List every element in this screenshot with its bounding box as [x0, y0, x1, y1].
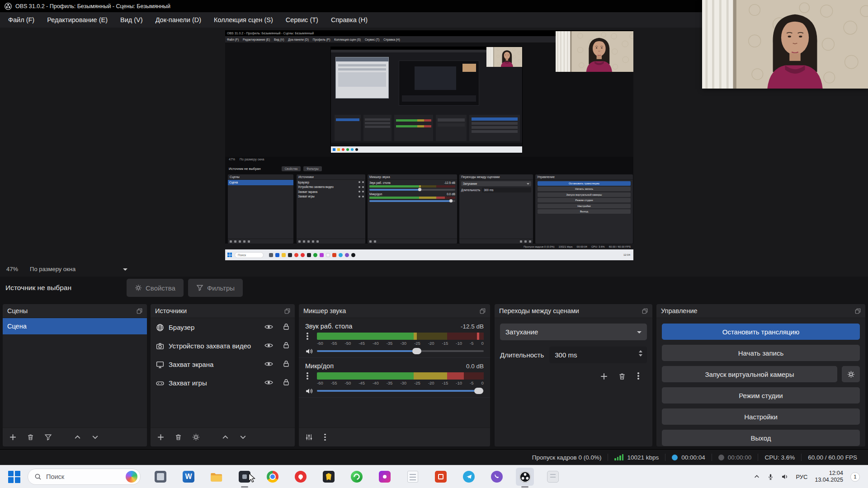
menu-tools[interactable]: Сервис (T) [279, 12, 325, 28]
menu-docks[interactable]: Док-панели (D) [149, 12, 208, 28]
fps-status: 60.00 / 60.00 FPS [802, 454, 863, 461]
move-scene-down-button[interactable] [91, 433, 99, 441]
menu-edit[interactable]: Редактирование (E) [41, 12, 114, 28]
add-scene-button[interactable] [9, 433, 17, 441]
search-box[interactable]: Поиск [28, 469, 141, 485]
settings-button[interactable]: Настройки [662, 408, 860, 425]
channel-menu-icon[interactable] [305, 372, 317, 380]
channel-menu-icon[interactable] [305, 333, 317, 340]
visibility-eye-icon[interactable] [264, 379, 273, 387]
meter-tick: -35 [387, 380, 393, 385]
search-highlights-icon[interactable] [126, 471, 137, 483]
menu-view[interactable]: Вид (V) [114, 12, 149, 28]
remove-scene-button[interactable] [27, 433, 34, 441]
zoom-mode-select[interactable]: По размеру окна [30, 266, 75, 272]
virtual-camera-settings-button[interactable] [842, 366, 860, 382]
visibility-eye-icon[interactable] [264, 324, 273, 331]
popout-icon[interactable] [855, 308, 861, 314]
menu-scene-collection[interactable]: Коллекция сцен (S) [208, 12, 279, 28]
start-button[interactable] [8, 471, 20, 483]
mixer-settings-icon[interactable] [305, 433, 313, 441]
move-source-down-button[interactable] [239, 433, 247, 441]
volume-slider[interactable] [317, 387, 484, 395]
notification-badge[interactable]: 1 [850, 472, 860, 482]
search-icon [34, 473, 42, 480]
move-source-up-button[interactable] [222, 433, 229, 441]
transitions-panel: Переходы между сценами Затухание Длитель… [495, 304, 652, 446]
source-row[interactable]: Захват игры [151, 374, 295, 392]
language-indicator[interactable]: РУС [796, 474, 807, 480]
lock-icon[interactable] [283, 379, 289, 387]
chrome-icon[interactable] [264, 468, 282, 486]
meter-tick: -50 [344, 341, 351, 346]
source-row[interactable]: Браузер [151, 318, 295, 337]
volume-slider-handle[interactable] [412, 348, 421, 354]
red-app-icon[interactable] [432, 468, 450, 486]
move-scene-up-button[interactable] [74, 433, 81, 441]
duration-spinbox[interactable]: 300 ms [549, 347, 647, 363]
file-explorer-icon[interactable] [151, 468, 170, 486]
telegram-icon[interactable] [460, 468, 478, 486]
exit-button[interactable]: Выход [662, 430, 860, 446]
volume-meter [317, 333, 484, 340]
notes-app-icon[interactable] [404, 468, 422, 486]
lock-icon[interactable] [283, 360, 289, 369]
source-row[interactable]: Захват экрана [151, 355, 295, 374]
popout-icon[interactable] [137, 308, 142, 314]
popout-icon[interactable] [480, 308, 486, 314]
shield-app-icon[interactable] [320, 468, 338, 486]
stop-streaming-button[interactable]: Остановить трансляцию [662, 324, 860, 340]
controls-panel-header: Управление [656, 304, 865, 318]
program-preview[interactable]: OBS 31.0.2 - Профиль: Безымянный - Сцены… [225, 30, 633, 260]
transition-menu-icon[interactable] [636, 372, 642, 380]
obs-statusbar: Пропуск кадров 0 (0.0%) 10021 kbps 00:00… [0, 449, 868, 465]
popout-icon[interactable] [642, 308, 648, 314]
menu-file[interactable]: Файл (F) [2, 12, 41, 28]
chevron-up-icon[interactable] [754, 474, 760, 480]
popout-icon[interactable] [284, 308, 290, 314]
remove-source-button[interactable] [175, 433, 182, 441]
volume-slider[interactable] [317, 347, 484, 355]
visibility-eye-icon[interactable] [264, 342, 273, 350]
spin-down-icon[interactable] [639, 354, 642, 357]
lock-icon[interactable] [283, 323, 289, 332]
mic-icon[interactable] [767, 474, 774, 480]
remove-transition-button[interactable] [618, 372, 626, 380]
transition-select[interactable]: Затухание [500, 324, 647, 340]
menu-help[interactable]: Справка (H) [325, 12, 374, 28]
mute-button[interactable] [305, 387, 317, 395]
folder-icon[interactable] [208, 468, 226, 486]
clock[interactable]: 12:04 13.04.2025 [815, 470, 843, 483]
source-row[interactable]: Устройство захвата видео [151, 337, 295, 355]
scene-item-selected[interactable]: Сцена [3, 318, 147, 334]
gallery-app-icon[interactable] [544, 468, 562, 486]
add-source-button[interactable] [157, 433, 165, 441]
obs-icon[interactable] [516, 468, 534, 486]
preview-recursion-screen [330, 47, 523, 153]
webcam-overlay[interactable] [702, 0, 868, 89]
green-app-icon[interactable] [348, 468, 366, 486]
zoom-caret-icon[interactable] [123, 268, 127, 273]
mute-button[interactable] [305, 347, 317, 355]
lock-icon[interactable] [283, 342, 289, 350]
red-browser-icon[interactable] [292, 468, 310, 486]
source-properties-icon[interactable] [192, 433, 200, 441]
volume-slider-handle[interactable] [474, 388, 483, 394]
visibility-eye-icon[interactable] [264, 361, 273, 368]
speaker-icon[interactable] [781, 473, 788, 480]
cpu-usage: CPU: 3.6% [758, 454, 801, 461]
filters-button[interactable]: Фильтры [188, 279, 243, 297]
word-icon[interactable]: W [179, 468, 198, 486]
virtual-camera-button[interactable]: Запуск виртуальной камеры [662, 366, 837, 382]
scene-filters-button[interactable] [44, 433, 52, 441]
search-placeholder: Поиск [46, 473, 64, 480]
spin-up-icon[interactable] [639, 350, 642, 352]
properties-button[interactable]: Свойства [127, 279, 184, 297]
studio-mode-button[interactable]: Режим студии [662, 387, 860, 404]
start-recording-button[interactable]: Начать запись [662, 345, 860, 361]
purple-app-icon[interactable] [376, 468, 394, 486]
add-transition-button[interactable] [600, 372, 608, 380]
mixer-menu-icon[interactable] [323, 434, 329, 441]
globe-icon [156, 324, 164, 332]
viber-icon[interactable] [488, 468, 506, 486]
